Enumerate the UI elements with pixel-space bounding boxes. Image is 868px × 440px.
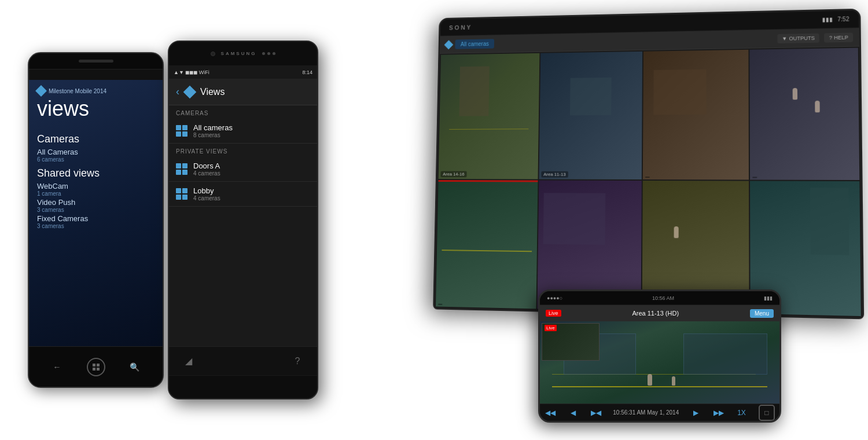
nokia-fixedcam-name: Fixed Cameras	[37, 214, 155, 223]
iphone-inner-live-badge: Live	[545, 325, 557, 331]
all-cameras-grid-icon	[176, 125, 187, 137]
samsung-nav-bar	[169, 375, 317, 398]
iphone-top-bar: ●●●●○ 10:56 AM ▮▮▮	[540, 291, 779, 305]
iphone-fullscreen-button[interactable]: □	[759, 405, 775, 421]
iphone-menu-button[interactable]: Menu	[750, 309, 774, 318]
iphone-camera-area: Live	[540, 321, 779, 404]
samsung-lobby-content: Lobby 4 cameras	[193, 186, 220, 201]
samsung-header-title: Views	[200, 87, 225, 97]
nokia-shared-section: Shared views	[37, 167, 155, 179]
samsung-filter-button[interactable]: ◢	[181, 353, 197, 369]
sony-battery-icon: ▮▮▮	[822, 16, 833, 23]
nokia-webcam-item[interactable]: WebCam 1 camera	[37, 182, 155, 197]
sony-cam-2[interactable]: Area 11-13	[539, 52, 642, 179]
sony-screen: All cameras ▼ OUTPUTS ? HELP	[435, 28, 862, 317]
samsung-network-icons: ▲▼ ◼◼◼ WiFi	[174, 69, 209, 75]
nokia-all-cameras-item[interactable]: All Cameras 6 cameras	[37, 148, 155, 163]
svg-rect-3	[97, 368, 100, 371]
sony-tablet: SONY ▮▮▮ 7:52 All cameras ▼ OUTPUTS	[433, 9, 864, 320]
sony-cam-5-label	[438, 304, 443, 305]
speed-label: 1X	[737, 409, 746, 417]
nokia-top-bar	[29, 53, 163, 69]
samsung-doors-item[interactable]: Doors A 4 cameras	[169, 157, 317, 182]
sony-cam-2-label: Area 11-13	[541, 171, 568, 178]
sony-cam-3[interactable]	[643, 50, 749, 180]
sony-cam-5[interactable]	[436, 180, 538, 309]
nokia-back-button[interactable]: ←	[49, 359, 65, 375]
samsung-doors-content: Doors A 4 cameras	[193, 162, 220, 177]
iphone-signal-icon: ●●●●○	[547, 295, 562, 301]
nokia-videopush-sub: 3 cameras	[37, 207, 155, 213]
nokia-brand-text: Milestone Mobile 2014	[49, 88, 106, 94]
samsung-lobby-name: Lobby	[193, 186, 220, 195]
samsung-app-header: ‹ Views	[169, 79, 317, 105]
iphone-screen: Live Area 11-13 (HD) Menu Live ◀◀ ◀ ▶◀	[540, 305, 779, 421]
iphone-battery-icon: ▮▮▮	[764, 295, 773, 301]
samsung-time: 8:14	[302, 69, 312, 75]
iphone-live-badge: Live	[546, 310, 561, 317]
sony-camera-grid: Area 14-16 Area 11-13	[435, 47, 862, 318]
nokia-bottom-bar: ← 🔍	[29, 346, 163, 387]
sony-brand-label: SONY	[449, 24, 472, 31]
samsung-private-label: Private views	[169, 144, 317, 157]
sony-outputs-button[interactable]: ▼ OUTPUTS	[777, 33, 819, 43]
sony-cam-3-label	[645, 177, 650, 178]
iphone-prev-slow-button[interactable]: ▶◀	[590, 408, 602, 418]
samsung-all-cameras-name: All cameras	[193, 123, 233, 132]
nokia-all-cameras-sub: 6 cameras	[37, 156, 155, 163]
samsung-screen: ‹ Views Cameras All cameras 8 cameras Pr…	[169, 79, 317, 346]
sony-all-cameras-tab[interactable]: All cameras	[455, 39, 494, 49]
lobby-grid-icon	[176, 188, 187, 200]
samsung-bottom-bar: ◢ ?	[169, 346, 317, 375]
nokia-screen: Milestone Mobile 2014 views Cameras All …	[29, 80, 163, 346]
doors-grid-icon	[176, 163, 187, 175]
sony-cam-1-label: Area 14-16	[440, 171, 466, 178]
iphone-bottom-bar: ◀◀ ◀ ▶◀ 10:56:31 AM May 1, 2014 ▶ ▶▶ 1X …	[540, 404, 779, 421]
iphone: ●●●●○ 10:56 AM ▮▮▮ Live Area 11-13 (HD) …	[538, 289, 781, 423]
samsung-back-icon[interactable]: ‹	[176, 86, 179, 98]
milestone-diamond-icon	[35, 85, 47, 97]
svg-rect-1	[97, 364, 100, 366]
nokia-fixedcam-sub: 3 cameras	[37, 223, 155, 229]
iphone-header: Live Area 11-13 (HD) Menu	[540, 305, 779, 321]
samsung-camera	[211, 52, 215, 56]
sony-help-button[interactable]: ? HELP	[824, 32, 853, 42]
samsung-lobby-item[interactable]: Lobby 4 cameras	[169, 182, 317, 207]
samsung-help-button[interactable]: ?	[289, 353, 306, 369]
samsung-lobby-sub: 4 cameras	[193, 195, 220, 201]
sony-cam-4-label	[752, 177, 757, 178]
iphone-rewind-button[interactable]: ◀◀	[545, 408, 556, 418]
nokia-videopush-name: Video Push	[37, 198, 155, 207]
samsung-all-cameras-sub: 8 cameras	[193, 132, 233, 138]
help-icon: ?	[829, 35, 832, 41]
nokia-search-button[interactable]: 🔍	[127, 359, 143, 375]
samsung-all-cameras-content: All cameras 8 cameras	[193, 123, 233, 138]
nokia-brand-row: Milestone Mobile 2014	[37, 87, 155, 95]
sony-time: 7:52	[837, 16, 849, 23]
iphone-camera-title: Area 11-13 (HD)	[632, 310, 679, 317]
sony-cam-1[interactable]: Area 14-16	[439, 53, 540, 179]
sony-status-bar: ▮▮▮ 7:52	[822, 16, 849, 23]
sony-cam-4[interactable]	[749, 48, 859, 180]
iphone-inner-live-view: Live	[542, 323, 599, 361]
nokia-fixedcam-item[interactable]: Fixed Cameras 3 cameras	[37, 214, 155, 229]
samsung-cameras-label: Cameras	[169, 105, 317, 119]
iphone-timestamp: 10:56:31 AM May 1, 2014	[613, 409, 679, 416]
nokia-all-cameras-name: All Cameras	[37, 148, 155, 156]
nokia-speaker	[79, 60, 113, 63]
views-diamond-icon	[183, 85, 197, 98]
nokia-webcam-name: WebCam	[37, 182, 155, 190]
sony-controls: ▼ OUTPUTS ? HELP	[777, 32, 853, 43]
svg-rect-2	[93, 368, 95, 371]
iphone-next-frame-button[interactable]: ▶▶	[713, 408, 724, 418]
svg-rect-0	[93, 364, 95, 366]
samsung-doors-sub: 4 cameras	[193, 170, 220, 177]
samsung-status-bar: ▲▼ ◼◼◼ WiFi 8:14	[169, 66, 317, 79]
outputs-icon: ▼	[782, 35, 787, 41]
samsung-all-cameras-item[interactable]: All cameras 8 cameras	[169, 119, 317, 144]
iphone-play-button[interactable]: ▶	[690, 408, 702, 418]
nokia-home-button[interactable]	[87, 358, 105, 376]
iphone-prev-frame-button[interactable]: ◀	[567, 408, 579, 418]
nokia-videopush-item[interactable]: Video Push 3 cameras	[37, 198, 155, 213]
iphone-speed-button[interactable]: 1X	[736, 408, 748, 418]
